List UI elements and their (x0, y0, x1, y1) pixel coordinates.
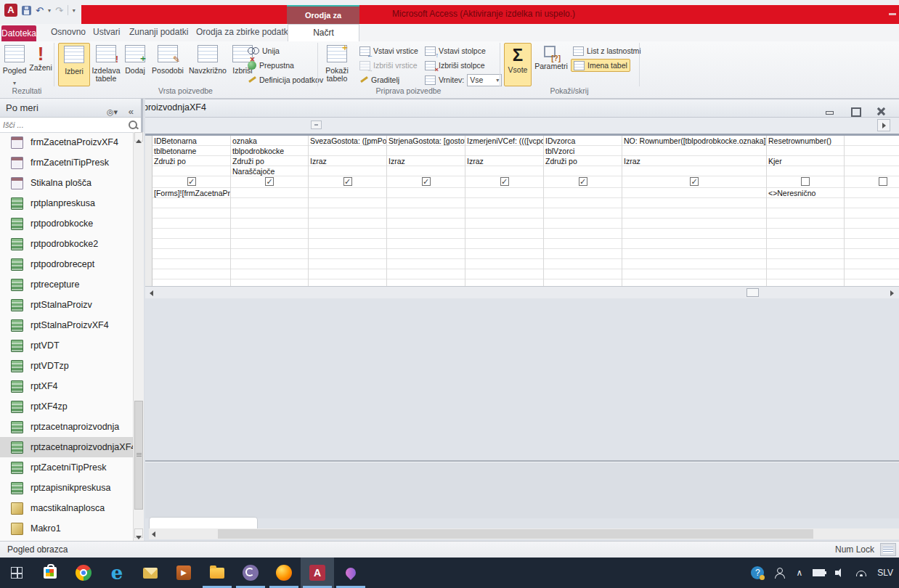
nav-scrollbar[interactable] (133, 132, 144, 572)
grid-cell[interactable] (387, 259, 465, 269)
grid-cell[interactable] (845, 239, 899, 249)
grid-cell[interactable]: IzmerjeniVCef: ((([vcpoln (465, 136, 543, 146)
nav-item[interactable]: rptrecepture (0, 274, 133, 295)
grid-cell[interactable]: Združi po (231, 156, 308, 166)
grid-cell[interactable] (152, 239, 230, 249)
grid-cell[interactable] (309, 198, 386, 208)
grid-cell[interactable] (767, 166, 844, 176)
grid-cell[interactable] (465, 249, 543, 259)
grid-cell[interactable] (152, 259, 230, 269)
grid-cell[interactable]: oznaka (231, 136, 308, 146)
grid-cell[interactable] (152, 198, 230, 208)
grid-cell[interactable] (387, 279, 465, 286)
grid-cell[interactable] (387, 198, 465, 208)
nav-item[interactable]: rptXF4zp (0, 396, 133, 417)
grid-cell[interactable] (465, 198, 543, 208)
scroll-right-icon[interactable] (877, 119, 890, 131)
search-icon[interactable] (129, 121, 137, 129)
scroll-right-icon[interactable] (887, 288, 897, 297)
grid-cell[interactable] (767, 259, 844, 269)
grid-cell[interactable] (845, 249, 899, 259)
grid-cell[interactable] (622, 198, 766, 208)
grid-cell[interactable]: Združi po (544, 156, 622, 166)
taskbar-access[interactable]: A (301, 558, 334, 588)
scroll-down-icon[interactable] (134, 528, 143, 538)
chevron-up-icon[interactable]: ∧ (796, 568, 802, 578)
grid-cell[interactable] (152, 208, 230, 219)
grid-cell[interactable]: NO: Rownumber([tblpodrobkocke.oznaka]) (622, 136, 766, 146)
dodaj-button[interactable]: ＋ Dodaj (122, 43, 148, 86)
grid-cell[interactable]: Naraščajoče (231, 166, 308, 176)
grid-cell[interactable] (767, 208, 844, 219)
grid-cell[interactable] (231, 188, 308, 198)
grid-cell[interactable] (309, 259, 386, 269)
nav-item[interactable]: frmZacetnaProizvXF4 (0, 132, 133, 152)
document-scroll-thumb[interactable] (218, 529, 813, 539)
grid-cell[interactable] (309, 249, 386, 259)
show-checkbox[interactable]: ✓ (690, 177, 699, 186)
grid-cell[interactable] (387, 188, 465, 198)
battery-icon[interactable] (813, 569, 825, 576)
show-checkbox[interactable]: ✓ (422, 177, 431, 186)
nav-item[interactable]: Makro1 (0, 518, 133, 539)
nav-item[interactable]: rptStalnaProizv (0, 295, 133, 315)
grid-cell[interactable] (622, 239, 766, 249)
nav-item[interactable]: rptplanpreskusa (0, 193, 133, 213)
grid-cell[interactable] (845, 156, 899, 166)
nav-scroll-thumb[interactable] (134, 401, 143, 510)
list-z-lastnostmi-button[interactable]: List z lastnostmi (571, 44, 643, 57)
doc-restore-button[interactable] (853, 102, 872, 114)
vrnitev-control[interactable]: Vrnitev: Vse ▾ (423, 73, 504, 86)
help-icon[interactable]: ? (751, 566, 764, 579)
nav-item[interactable]: frmZacetniTipPresk (0, 152, 133, 173)
grid-cell[interactable] (845, 259, 899, 269)
grid-cell[interactable]: Združi po (152, 156, 230, 166)
grid-cell[interactable] (309, 229, 386, 239)
window-minimize-icon[interactable] (889, 13, 896, 15)
nav-item[interactable]: rptVDTzp (0, 356, 133, 376)
grid-cell[interactable] (387, 146, 465, 156)
show-checkbox[interactable]: ✓ (500, 177, 509, 186)
grid-cell[interactable] (544, 198, 622, 208)
grid-cell[interactable] (465, 259, 543, 269)
grid-cell[interactable] (152, 166, 230, 176)
grid-cell[interactable] (309, 208, 386, 219)
imena-tabel-button[interactable]: Imena tabel (571, 59, 630, 72)
grid-cell[interactable] (231, 269, 308, 279)
grid-cell[interactable]: Izraz (309, 156, 386, 166)
grid-cell[interactable] (309, 269, 386, 279)
grid-cell[interactable] (845, 146, 899, 156)
vstavi-stolpce-button[interactable]: ↑ Vstavi stolpce (423, 44, 488, 57)
grid-cell[interactable] (845, 198, 899, 208)
grid-cell[interactable] (622, 166, 766, 176)
grid-cell[interactable] (309, 166, 386, 176)
nav-item[interactable]: rptVDT (0, 335, 133, 356)
taskbar-mail[interactable] (134, 558, 167, 588)
grid-cell[interactable] (465, 229, 543, 239)
grid-cell[interactable]: tblpodrobkocke (231, 146, 308, 156)
grid-cell[interactable] (231, 259, 308, 269)
grid-cell[interactable] (231, 208, 308, 219)
grid-cell[interactable] (544, 219, 622, 229)
doc-close-button[interactable] (879, 102, 898, 114)
scroll-left-icon[interactable] (152, 531, 155, 537)
grid-cell[interactable] (387, 229, 465, 239)
grid-cell[interactable] (465, 269, 543, 279)
taskbar-firefox[interactable] (267, 558, 301, 588)
grid-cell[interactable]: SvezaGostota: ([pmPoln (309, 136, 386, 146)
grid-cell[interactable] (544, 208, 622, 219)
grid-cell[interactable]: Kjer (767, 156, 844, 166)
customize-qat-icon[interactable]: ▾ (73, 7, 76, 14)
scroll-up-icon[interactable] (134, 132, 143, 142)
nav-item[interactable]: rptStalnaProizvXF4 (0, 315, 133, 335)
grid-cell[interactable] (387, 249, 465, 259)
grid-cell[interactable]: StrjenaGostota: [gostota (387, 136, 465, 146)
nav-pane-header[interactable]: Po meri ◎▾ « (0, 99, 141, 118)
grid-cell[interactable]: IDvzorca (544, 136, 622, 146)
tab-zunanji-podatki[interactable]: Zunanji podatki (121, 24, 197, 41)
grid-cell[interactable] (309, 279, 386, 286)
grid-cell[interactable]: Izraz (387, 156, 465, 166)
taskbar-maps[interactable] (334, 558, 367, 588)
grid-cell[interactable] (845, 188, 899, 198)
izbrisi-stolpce-button[interactable]: × Izbriši stolpce (423, 59, 487, 72)
